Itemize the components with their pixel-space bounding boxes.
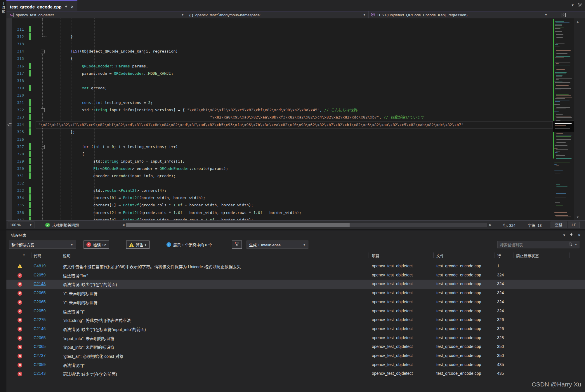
error-grid-header: ⁞⁞ 代码 说明 项目 文件 行 禁止显示状态 — [6, 251, 585, 259]
fold-collapse-icon[interactable] — [41, 145, 45, 149]
code-line[interactable]: "\x82\xa8\x95\xa0\x82\xaa\x8b\xf3\x82\xa… — [48, 114, 425, 121]
code-line[interactable]: } — [48, 33, 73, 40]
code-line[interactable]: const int testing_versions = 3; — [48, 99, 153, 106]
change-indicator — [29, 173, 31, 179]
code-line[interactable]: std::vector<Point2f> corners(4); — [48, 187, 166, 194]
code-line[interactable]: TEST(Objdetect_QRCode_Encode_Kanji, regr… — [48, 48, 178, 55]
error-code: C2737 — [34, 353, 46, 358]
column-header-desc[interactable]: 说明 — [63, 253, 70, 258]
tab-test-qrcode-encode[interactable]: test_qrcode_encode.cpp ✕ — [6, 0, 77, 12]
error-row[interactable]: ✕C2065"input_info": 未声明的标识符opencv_test_o… — [6, 334, 585, 343]
error-row[interactable]: ✕C2737"gtest_ar": 必须初始化 const 对象opencv_t… — [6, 351, 585, 360]
status-line-number: 行: 324 — [503, 222, 515, 228]
error-row[interactable]: ✕C2143语法错误: 缺少")"(在";"的前面)opencv_test_ob… — [6, 280, 585, 289]
code-line[interactable]: }; — [48, 128, 75, 135]
error-row[interactable]: ✕C2065"i": 未声明的标识符opencv_test_objdetectt… — [6, 289, 585, 298]
code-line[interactable]: corners[2] = Point2f(qrcode.cols * 1.0f … — [48, 209, 301, 216]
code-line[interactable]: encoder->encode(input_info, qrcode); — [48, 172, 176, 180]
scope-dropdown[interactable]: 整个解决方案 ▼ — [9, 241, 76, 249]
pin-icon[interactable] — [570, 232, 573, 238]
error-row[interactable]: ✕C2065"input_info": 未声明的标识符opencv_test_o… — [6, 342, 585, 351]
error-line: 324 — [497, 290, 504, 295]
hscroll-left-icon[interactable]: ◀ — [122, 223, 124, 227]
error-code: C2065 — [34, 290, 46, 295]
error-row[interactable]: !C4819该文件包含不能在当前代码页(936)中表示的字符。请将该文件保存为 … — [6, 262, 585, 271]
code-editor[interactable]: "\x82\xb1\x82\xf1\x82\xc9\x82\xbf\x82\xc… — [6, 18, 581, 220]
column-header-file[interactable]: 文件 — [436, 253, 444, 258]
chevron-down-icon: ▼ — [70, 243, 73, 246]
code-line[interactable]: std::string input_info = input_infos[i]; — [48, 158, 185, 165]
code-line[interactable]: corners[0] = Point2f(border_width, borde… — [48, 194, 205, 201]
fold-collapse-icon[interactable] — [41, 50, 45, 53]
error-icon: ✕ — [18, 372, 22, 376]
project-dropdown[interactable]: ++ opencv_test_objdetect ▼ — [6, 11, 187, 18]
code-line[interactable]: { — [48, 150, 84, 158]
minimap[interactable] — [553, 18, 574, 220]
code-health-indicator[interactable]: ✓ 未找到相关问题 — [45, 222, 79, 228]
horizontal-scrollbar-thumb[interactable] — [126, 223, 350, 227]
search-icon[interactable] — [568, 242, 573, 248]
column-header-code[interactable]: 代码 — [34, 253, 41, 258]
eol-mode-button[interactable]: LF — [568, 222, 580, 228]
line-number: 334 — [9, 194, 24, 201]
error-description: "gtest_ar": 必须初始化 const 对象 — [63, 353, 367, 359]
toolbox-strip[interactable]: 工具箱 — [0, 0, 6, 392]
code-line[interactable]: corners[3] = Point2f(border_width, qrcod… — [48, 216, 253, 220]
error-project: opencv_test_objdetect — [372, 371, 413, 376]
code-line[interactable]: Ptr<QRCodeEncoder> encoder = QRCodeEncod… — [48, 165, 228, 172]
error-code: C4819 — [34, 264, 46, 268]
code-health-label: 未找到相关问题 — [52, 222, 79, 228]
error-row[interactable]: ✕C2065"i": 未声明的标识符opencv_test_objdetectt… — [6, 298, 585, 307]
code-line[interactable]: QRCodeEncoder::Params params; — [48, 62, 148, 70]
messages-filter-button[interactable]: i 展示 1 个消息中的 0 个 — [166, 241, 212, 249]
code-line[interactable]: Mat qrcode; — [48, 84, 107, 92]
member-dropdown[interactable]: TEST(Objdetect_QRCode_Encode_Kanji, regr… — [369, 11, 550, 18]
gear-icon[interactable] — [578, 3, 582, 8]
severity-sort-icon[interactable]: ⁞⁞ — [23, 253, 25, 257]
close-panel-icon[interactable]: ✕ — [578, 233, 581, 237]
column-header-project[interactable]: 项目 — [372, 253, 379, 258]
search-error-list[interactable]: ▼ — [497, 241, 579, 248]
error-row[interactable]: ✕C2143语法错误: 缺少";"(在"}"的前面)opencv_test_ob… — [6, 369, 585, 378]
code-line[interactable]: { — [48, 55, 73, 62]
error-row[interactable]: ✕C2059语法错误:"}"opencv_test_objdetecttest_… — [6, 360, 585, 370]
warnings-filter-button[interactable]: ! 警告 1 — [126, 241, 150, 249]
filter-button[interactable] — [232, 241, 242, 249]
chevron-down-icon[interactable]: ▾ — [572, 3, 574, 7]
zoom-level-combo[interactable]: 100 % ▼ — [8, 222, 34, 228]
error-description: 语法错误: 缺少";"(在"}"的前面) — [63, 371, 367, 377]
namespace-dropdown[interactable]: { } opencv_test::`anonymous-namespace' ▼ — [187, 11, 369, 18]
pin-icon[interactable] — [65, 5, 68, 9]
minimap-viewport[interactable] — [553, 121, 574, 132]
hscroll-right-icon[interactable]: ▶ — [489, 223, 492, 227]
code-line[interactable]: for (int i = 0; i < testing_versions; i+… — [48, 143, 178, 150]
error-row[interactable]: ✕C2146语法错误: 缺少")"(在标识符"input_info"的前面)op… — [6, 325, 585, 334]
source-dropdown[interactable]: 生成 + IntelliSense ▼ — [247, 241, 308, 249]
fold-collapse-icon[interactable] — [41, 108, 45, 112]
editor-status-bar: 100 % ▼ ✓ 未找到相关问题 ◀ ▶ 行: 324 字符: 13 空格 L… — [6, 220, 585, 229]
search-input[interactable] — [499, 241, 565, 248]
code-line[interactable]: params.mode = QRCodeEncoder::MODE_KANJI; — [48, 70, 173, 77]
error-row[interactable]: ✕C2059语法错误:"for"opencv_test_objdetecttes… — [6, 271, 585, 280]
errors-filter-button[interactable]: ✕ 错误 12 — [84, 241, 109, 249]
scroll-down-icon[interactable]: ▼ — [574, 215, 581, 220]
column-header-line[interactable]: 行 — [497, 253, 501, 258]
error-project: opencv_test_objdetect — [372, 290, 413, 295]
error-description: "i": 未声明的标识符 — [63, 290, 367, 296]
error-row[interactable]: ✕C2059语法错误:")"opencv_test_objdetecttest_… — [6, 307, 585, 316]
error-icon: ✕ — [18, 345, 22, 349]
close-tab-icon[interactable]: ✕ — [71, 5, 74, 9]
code-line[interactable]: std::string input_infos[testing_versions… — [48, 106, 358, 114]
scroll-up-icon[interactable]: ▲ — [574, 19, 581, 24]
split-editor-icon[interactable] — [561, 13, 566, 18]
vertical-scrollbar[interactable]: ▲ ▼ — [574, 18, 581, 220]
chevron-down-icon[interactable]: ▾ — [563, 233, 565, 237]
horizontal-scrollbar[interactable] — [126, 223, 487, 227]
indent-mode-button[interactable]: 空格 — [551, 222, 567, 228]
code-line[interactable]: "\x82\xb1\x82\xf1\x82\xc9\x82\xbf\x82\xc… — [38, 121, 464, 128]
error-row[interactable]: ✕C2275"std::string": 将此类型用作表达式非法opencv_t… — [6, 316, 585, 325]
change-indicator — [29, 128, 31, 135]
chevron-down-icon[interactable]: ▼ — [574, 243, 577, 246]
column-header-suppress[interactable]: 禁止显示状态 — [516, 253, 539, 258]
code-line[interactable]: corners[1] = Point2f(qrcode.cols * 1.0f … — [48, 201, 253, 209]
